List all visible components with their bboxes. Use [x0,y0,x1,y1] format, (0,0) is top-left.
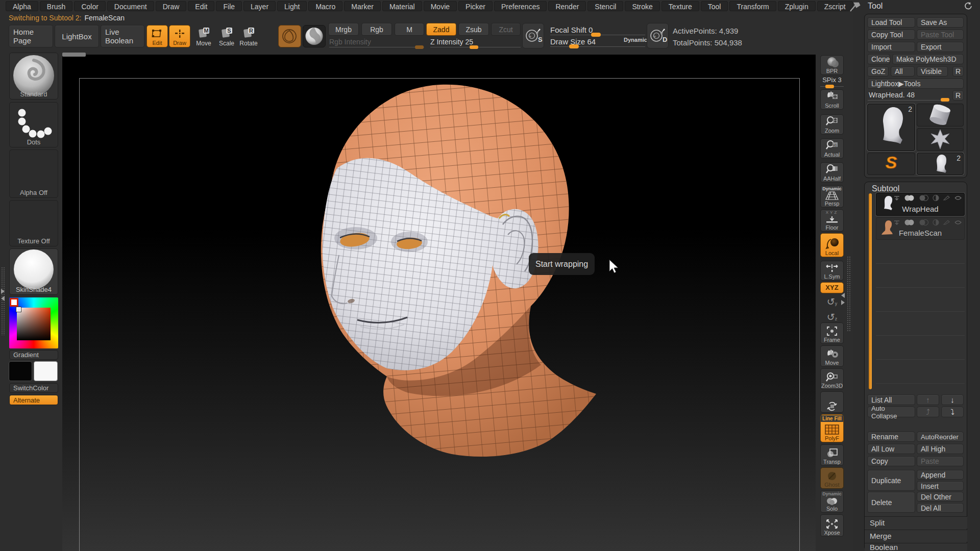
strip-scroll-arrow2[interactable] [841,300,845,305]
lightbox-button[interactable]: LightBox [55,25,99,47]
spix-handle[interactable] [825,85,834,88]
tool-thumb-simplebrush[interactable]: S SimpleBrush [867,153,915,175]
strip-rotate3d-button[interactable] [820,391,844,413]
zadd-button[interactable]: Zadd [426,23,456,36]
goz-r-button[interactable]: R [952,66,964,77]
menu-item[interactable]: Texture [662,1,699,11]
subtool-flatten-icon[interactable] [893,219,900,226]
menu-item[interactable]: Document [107,1,154,11]
draw-size-handle[interactable] [569,44,579,48]
subtool-displacement-icon[interactable] [933,195,939,201]
menu-item[interactable]: Zplugin [778,1,816,11]
strip-solo-button[interactable]: Dynamic Solo [820,490,844,513]
append-button[interactable]: Append [917,470,964,480]
strip-zoom3d-button[interactable]: Zoom3D [820,368,844,390]
left-scroll-arrow-left[interactable] [1,296,5,301]
clone-button[interactable]: Clone [867,54,890,64]
color-picker[interactable] [9,297,58,348]
subtool-item-wraphead[interactable]: WrapHead [876,193,965,216]
draw-button[interactable]: Draw [169,25,190,47]
menu-item[interactable]: Transform [729,1,776,11]
del-all-button[interactable]: Del All [917,503,964,513]
color-sv-square[interactable] [17,308,51,340]
list-all-button[interactable]: List All [867,394,915,405]
scale-button[interactable]: S Scale [215,25,238,47]
stroke-type-button[interactable] [278,25,301,47]
menu-item[interactable]: Movie [424,1,457,11]
z-intensity-handle[interactable] [470,45,478,49]
save-as-button[interactable]: Save As [917,17,964,28]
subtool-flatten-icon[interactable] [893,195,900,201]
menu-item[interactable]: Light [277,1,307,11]
goz-button[interactable]: GoZ [867,66,889,77]
menu-item[interactable]: Alpha [6,1,38,11]
subtool-eye-icon[interactable] [954,219,962,226]
rename-button[interactable]: Rename [867,432,915,442]
strip-scrollbar[interactable] [847,256,851,332]
tool-slider-label[interactable]: WrapHead. 48 [869,91,915,99]
strip-aahalf-button[interactable]: AAHalf [820,162,844,183]
draw-size-track[interactable] [550,46,645,47]
strip-transp-button[interactable]: Transp [820,444,844,466]
strip-persp-button[interactable]: Dynamic Persp [820,185,844,208]
autoreorder-button[interactable]: AutoReorder [917,432,964,442]
menu-item[interactable]: Preferences [494,1,547,11]
gradient-button[interactable]: Gradient [9,350,58,360]
stroke-selector[interactable]: Dots [9,102,58,147]
subtool-eye-icon[interactable] [954,195,962,201]
menu-item[interactable]: Tool [701,1,728,11]
subtool-scrollbar[interactable] [869,193,872,389]
import-button[interactable]: Import [867,42,915,52]
copy-tool-button[interactable]: Copy Tool [867,30,915,40]
boolean-section[interactable]: Boolean [865,543,967,551]
menu-item[interactable]: Zscript [817,1,853,11]
subtool-polypaint-icon[interactable] [904,195,915,201]
tool-slider-track[interactable] [868,100,948,101]
strip-xyz-button[interactable]: XYZ [820,282,844,293]
subtool-up-button[interactable]: ↑ [917,394,939,405]
tool-thumb-polymesh3d[interactable]: PolyMesh3D [917,128,964,151]
strip-actual-button[interactable]: x1 Actual [820,138,844,159]
menu-item[interactable]: Material [382,1,422,11]
paste-tool-button[interactable]: Paste Tool [917,30,964,40]
subtool-polypaint-icon[interactable] [904,219,915,226]
main-color-swatch[interactable] [9,361,32,381]
menu-item[interactable]: Edit [188,1,214,11]
menu-item[interactable]: Render [548,1,586,11]
texture-selector[interactable]: Texture Off [9,200,58,246]
rgb-button[interactable]: Rgb [361,23,392,36]
material-button[interactable] [303,25,326,47]
home-page-button[interactable]: Home Page [9,25,53,47]
menu-item[interactable]: Stroke [625,1,659,11]
rotate-y-icon[interactable]: ↺y [823,296,841,309]
duplicate-button[interactable]: Duplicate [867,470,915,491]
live-boolean-button[interactable]: Live Boolean [101,25,144,47]
menu-item[interactable]: File [216,1,242,11]
rotate-button[interactable]: R Rotate [237,25,260,47]
canvas[interactable] [62,55,816,551]
left-scroll-strip[interactable] [1,267,5,335]
rgb-intensity-handle[interactable] [415,45,424,49]
switchcolor-button[interactable]: SwitchColor [9,383,58,393]
export-button[interactable]: Export [917,42,964,52]
subtool-down-button[interactable]: ↓ [941,394,964,405]
zsub-button[interactable]: Zsub [458,23,489,36]
tool-slider-handle[interactable] [941,98,949,102]
lightbox-tools-button[interactable]: Lightbox▶Tools [867,79,964,89]
tool-thumb-wraphead[interactable]: 2 WrapHead [867,104,915,151]
menu-item[interactable]: Color [74,1,105,11]
z-intensity-slider[interactable]: Z Intensity 25 [430,38,473,46]
rgb-intensity-track[interactable] [329,47,424,47]
all-button[interactable]: All [891,66,915,77]
del-other-button[interactable]: Del Other [917,492,964,502]
strip-floor-button[interactable]: XYZ Floor [820,209,844,232]
alpha-selector[interactable]: Alpha Off [9,149,58,198]
menu-item[interactable]: Picker [458,1,493,11]
strip-frame-button[interactable]: Frame [820,322,844,344]
visible-button[interactable]: Visible [917,66,948,77]
insert-button[interactable]: Insert [917,481,964,491]
brush-selector[interactable]: Standard [9,53,58,99]
copy-button[interactable]: Copy [867,456,915,466]
tool-thumb-cylinder3d[interactable]: Cylinder3D [917,104,964,127]
dynamic-d-button[interactable]: +D [647,23,669,48]
